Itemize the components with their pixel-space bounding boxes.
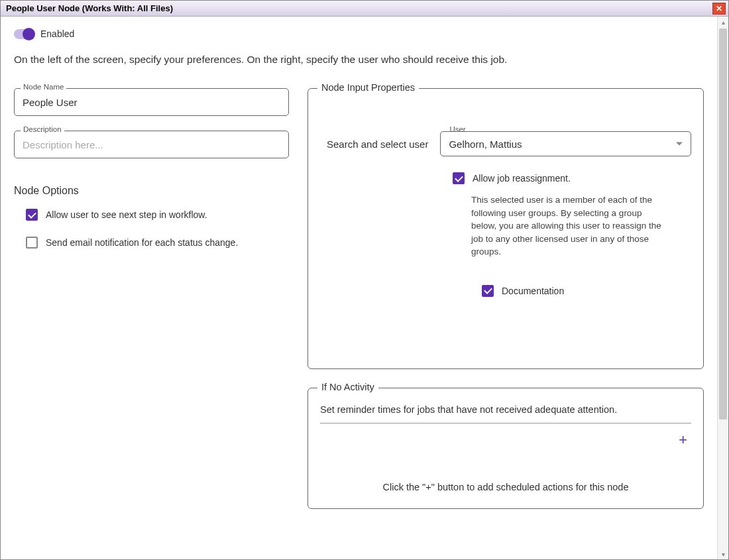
add-action-button[interactable]: +: [675, 430, 691, 450]
plus-icon: +: [679, 431, 687, 448]
send-email-row: Send email notification for each status …: [26, 237, 289, 249]
documentation-label: Documentation: [502, 286, 564, 296]
user-select-value: Gelhorn, Mattius: [449, 139, 522, 150]
node-options-title: Node Options: [14, 185, 289, 197]
right-column: Node Input Properties Search and select …: [308, 88, 704, 528]
if-no-activity-body: Set reminder times for jobs that have no…: [308, 388, 703, 508]
close-icon: ✕: [716, 5, 722, 13]
documentation-row: Documentation: [482, 285, 691, 297]
if-no-activity-legend: If No Activity: [317, 382, 378, 392]
send-email-label: Send email notification for each status …: [46, 237, 238, 248]
description-field: Description: [14, 131, 289, 158]
documentation-checkbox[interactable]: [482, 285, 494, 297]
window-title: People User Node (Works With: All Files): [6, 3, 712, 13]
reassignment-help-text: This selected user is a member of each o…: [471, 194, 663, 258]
add-action-row: +: [320, 430, 691, 450]
user-select-wrap: User Gelhorn, Mattius: [440, 131, 691, 156]
dialog-window: People User Node (Works With: All Files)…: [0, 0, 729, 560]
dialog-body: Enabled On the left of the screen, speci…: [1, 17, 728, 559]
enabled-toggle-row: Enabled: [14, 28, 704, 39]
intro-text: On the left of the screen, specify your …: [14, 54, 704, 66]
search-user-label: Search and select user: [327, 139, 428, 150]
allow-reassignment-label: Allow job reassignment.: [473, 173, 571, 184]
node-input-properties-group: Node Input Properties Search and select …: [308, 88, 704, 369]
allow-next-step-checkbox[interactable]: [26, 209, 38, 221]
node-input-properties-body: Search and select user User Gelhorn, Mat…: [308, 89, 703, 368]
content-area: Enabled On the left of the screen, speci…: [1, 17, 717, 559]
allow-reassignment-row: Allow job reassignment.: [453, 172, 691, 184]
allow-next-step-label: Allow user to see next step in workflow.: [46, 209, 207, 220]
user-select[interactable]: Gelhorn, Mattius: [440, 131, 691, 156]
scroll-down-arrow-icon[interactable]: ▾: [718, 549, 728, 559]
node-name-input[interactable]: [14, 88, 289, 116]
description-label: Description: [21, 125, 64, 133]
scroll-up-arrow-icon[interactable]: ▴: [718, 17, 728, 27]
search-user-row: Search and select user User Gelhorn, Mat…: [327, 131, 691, 156]
titlebar: People User Node (Works With: All Files)…: [1, 1, 728, 17]
columns: Node Name Description Node Options Allow…: [14, 88, 704, 528]
scroll-thumb[interactable]: [719, 28, 727, 420]
node-name-field: Node Name: [14, 88, 289, 116]
no-activity-empty-text: Click the "+" button to add scheduled ac…: [320, 482, 691, 496]
allow-next-step-row: Allow user to see next step in workflow.: [26, 209, 289, 221]
node-input-properties-legend: Node Input Properties: [317, 82, 419, 93]
send-email-checkbox[interactable]: [26, 237, 38, 249]
chevron-down-icon: [676, 142, 683, 146]
vertical-scrollbar[interactable]: ▴ ▾: [717, 17, 728, 559]
toggle-knob: [23, 28, 35, 40]
left-column: Node Name Description Node Options Allow…: [14, 88, 289, 528]
enabled-toggle[interactable]: [14, 29, 34, 39]
allow-reassignment-checkbox[interactable]: [453, 172, 465, 184]
if-no-activity-group: If No Activity Set reminder times for jo…: [308, 388, 704, 509]
enabled-label: Enabled: [40, 28, 74, 39]
reassignment-block: Allow job reassignment. This selected us…: [453, 172, 691, 297]
close-button[interactable]: ✕: [712, 3, 726, 15]
description-input[interactable]: [14, 131, 289, 158]
node-name-label: Node Name: [21, 83, 66, 91]
no-activity-description: Set reminder times for jobs that have no…: [320, 404, 691, 423]
